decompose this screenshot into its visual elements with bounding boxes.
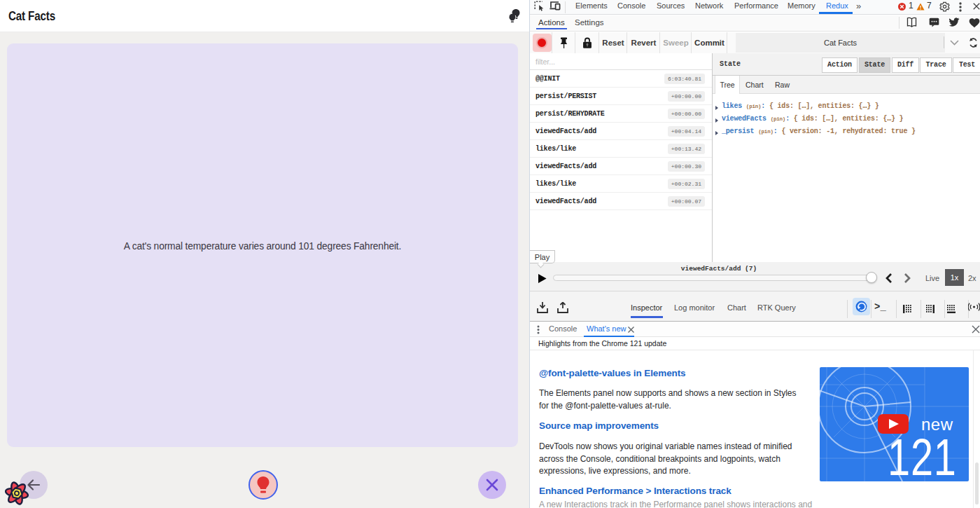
svg-text:121: 121 [888, 428, 957, 481]
